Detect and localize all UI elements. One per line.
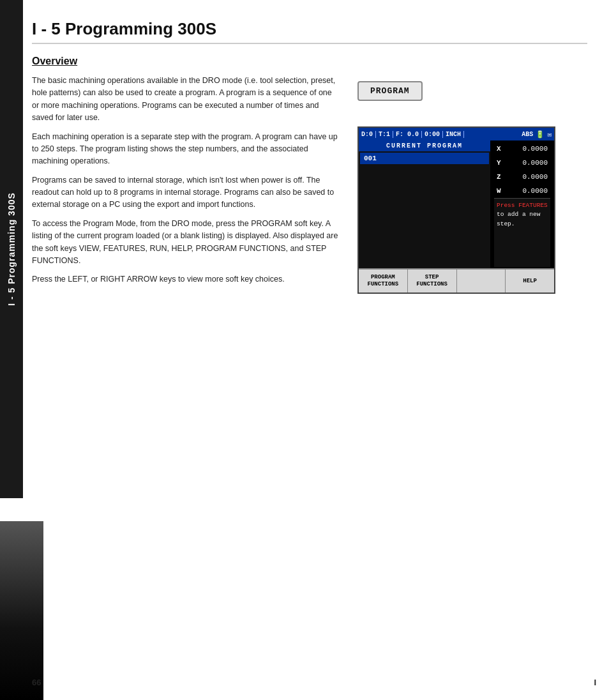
axis-y-label: Y bbox=[497, 159, 504, 167]
features-line2: to add a new bbox=[497, 210, 548, 219]
dro-main-area: CURRENT PROGRAM 001 X 0.0000 bbox=[359, 141, 554, 268]
side-tab: I - 5 Programming 300S bbox=[0, 0, 23, 498]
side-tab-text: I - 5 Programming 300S bbox=[6, 192, 17, 306]
dro-mode-value: ABS bbox=[522, 131, 533, 138]
paragraph-4: To access the Program Mode, from the DRO… bbox=[32, 218, 338, 268]
dro-program-list: CURRENT PROGRAM 001 bbox=[359, 141, 490, 268]
current-program-label: CURRENT PROGRAM bbox=[359, 141, 490, 151]
axis-z-value: 0.0000 bbox=[504, 173, 548, 181]
dro-time-value: 0:00 bbox=[425, 131, 443, 138]
dro-d-value: D:0 bbox=[361, 131, 376, 138]
main-content: I - 5 Programming 300S Overview The basi… bbox=[32, 19, 587, 294]
coord-row-y: Y 0.0000 bbox=[494, 156, 550, 170]
bottom-left-decoration bbox=[0, 521, 43, 700]
program-soft-key[interactable]: PROGRAM bbox=[357, 81, 423, 101]
coord-row-w: W 0.0000 bbox=[494, 184, 550, 198]
dro-icon-battery: 🔋 bbox=[536, 130, 545, 139]
section-heading: Overview bbox=[32, 56, 587, 67]
dro-screen: D:0 T:1 F: 0.0 0:00 INCH ABS 🔋 ✉ CURRENT… bbox=[357, 126, 555, 294]
page-number-left: 66 bbox=[32, 678, 41, 687]
softkey-step-functions-label: STEPFUNCTIONS bbox=[416, 274, 447, 288]
axis-y-value: 0.0000 bbox=[504, 159, 548, 167]
program-row-001: 001 bbox=[360, 153, 489, 164]
dro-f-value: F: 0.0 bbox=[396, 131, 422, 138]
program-button-wrap: PROGRAM bbox=[357, 81, 587, 101]
text-column: The basic machining operations available… bbox=[32, 75, 338, 294]
axis-w-label: W bbox=[497, 187, 504, 195]
dro-icon-message: ✉ bbox=[547, 130, 552, 139]
dro-t-value: T:1 bbox=[379, 131, 393, 138]
dro-coordinates: X 0.0000 Y 0.0000 Z 0.0000 bbox=[494, 142, 550, 198]
softkey-program-functions[interactable]: PROGRAMFUNCTIONS bbox=[359, 270, 408, 293]
page-number-right: I bbox=[594, 678, 596, 687]
softkey-program-functions-label: PROGRAMFUNCTIONS bbox=[368, 274, 399, 288]
right-column: PROGRAM D:0 T:1 F: 0.0 0:00 INCH ABS 🔋 ✉ bbox=[357, 75, 587, 294]
dro-header: D:0 T:1 F: 0.0 0:00 INCH ABS 🔋 ✉ bbox=[359, 128, 554, 141]
axis-x-label: X bbox=[497, 145, 504, 153]
softkey-empty bbox=[457, 270, 506, 293]
paragraph-5: Press the LEFT, or RIGHT ARROW keys to v… bbox=[32, 273, 338, 285]
coord-row-z: Z 0.0000 bbox=[494, 170, 550, 184]
paragraph-2: Each machining operation is a separate s… bbox=[32, 131, 338, 168]
two-column-layout: The basic machining operations available… bbox=[32, 75, 587, 294]
coord-row-x: X 0.0000 bbox=[494, 142, 550, 156]
axis-w-value: 0.0000 bbox=[504, 187, 548, 195]
softkey-step-functions[interactable]: STEPFUNCTIONS bbox=[408, 270, 457, 293]
axis-x-value: 0.0000 bbox=[504, 145, 548, 153]
softkey-help[interactable]: HELP bbox=[506, 270, 554, 293]
dro-right-content: X 0.0000 Y 0.0000 Z 0.0000 bbox=[494, 142, 550, 267]
softkey-help-label: HELP bbox=[523, 278, 537, 285]
dro-unit-value: INCH bbox=[446, 131, 464, 138]
paragraph-1: The basic machining operations available… bbox=[32, 75, 338, 125]
dro-features-message: Press FEATURES to add a new step. bbox=[494, 198, 550, 267]
page-title: I - 5 Programming 300S bbox=[32, 19, 587, 44]
features-line3: step. bbox=[497, 220, 548, 229]
features-line1: Press FEATURES bbox=[497, 201, 548, 210]
paragraph-3: Programs can be saved to internal storag… bbox=[32, 174, 338, 211]
dro-right-panel: X 0.0000 Y 0.0000 Z 0.0000 bbox=[490, 141, 554, 268]
axis-z-label: Z bbox=[497, 173, 504, 181]
dro-softkey-bar: PROGRAMFUNCTIONS STEPFUNCTIONS HELP bbox=[359, 268, 554, 293]
